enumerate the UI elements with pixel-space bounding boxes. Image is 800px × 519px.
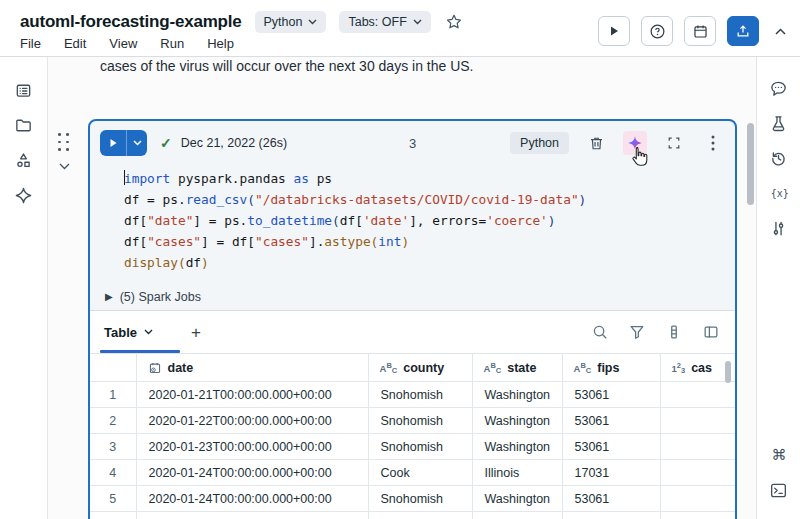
results-tabs: Table +: [90, 311, 735, 353]
variables-icon[interactable]: {x}: [767, 181, 791, 205]
row-number-cell: 1: [90, 382, 136, 408]
table-cell: [660, 460, 735, 486]
cell-language-badge[interactable]: Python: [510, 132, 569, 154]
tab-table-label: Table: [104, 325, 137, 340]
row-number-header[interactable]: [90, 354, 136, 382]
menu-item-view[interactable]: View: [109, 36, 137, 51]
svg-text:⌘: ⌘: [771, 446, 786, 464]
spark-jobs-toggle[interactable]: ▶ (5) Spark Jobs: [90, 283, 735, 311]
play-icon: [108, 138, 118, 148]
question-circle-icon: [649, 23, 666, 40]
column-header-county[interactable]: ABCcounty: [368, 354, 472, 382]
tabs-toggle-selector[interactable]: Tabs: OFF: [339, 11, 430, 33]
menu-item-edit[interactable]: Edit: [64, 36, 86, 51]
chevron-down-icon: [413, 19, 422, 25]
version-history-icon[interactable]: [767, 146, 791, 170]
table-of-contents-icon[interactable]: [12, 78, 36, 102]
table-cell: Washington: [472, 486, 562, 512]
date-type-icon: [148, 361, 162, 375]
side-panel-icon[interactable]: [701, 322, 721, 342]
left-sidebar: [0, 57, 48, 519]
string-type-icon: ABC: [380, 361, 398, 375]
table-cell: 53061: [562, 434, 660, 460]
chevron-up-icon: [775, 28, 786, 35]
notebook-canvas: cases of the virus will occur over the n…: [48, 57, 756, 519]
run-cell-button[interactable]: [100, 130, 147, 156]
language-selector-label: Python: [264, 15, 303, 29]
settings-icon[interactable]: [767, 216, 791, 240]
play-icon: [608, 25, 620, 37]
star-outline-icon: [445, 13, 463, 31]
table-cell: [660, 486, 735, 512]
tab-table[interactable]: Table: [104, 325, 153, 340]
assistant-sparkle-icon[interactable]: [12, 183, 36, 207]
table-row[interactable]: 22020-01-22T00:00:00.000+00:00SnohomishW…: [90, 408, 735, 434]
string-type-icon: ABC: [484, 363, 502, 374]
table-row[interactable]: 32020-01-23T00:00:00.000+00:00SnohomishW…: [90, 434, 735, 460]
help-button[interactable]: [641, 16, 673, 46]
run-all-button[interactable]: [598, 16, 630, 46]
table-row[interactable]: 42020-01-24T00:00:00.000+00:00CookIllino…: [90, 460, 735, 486]
table-cell: [660, 382, 735, 408]
column-header-date[interactable]: date: [136, 354, 368, 382]
code-line: display(df): [124, 252, 727, 273]
spark-jobs-label: (5) Spark Jobs: [120, 290, 201, 304]
assistant-button[interactable]: [623, 131, 647, 155]
add-visualization-button[interactable]: +: [191, 324, 201, 341]
integer-type-icon: 123: [672, 363, 686, 374]
table-cell: Snohomish: [368, 434, 472, 460]
trash-icon: [588, 135, 605, 152]
string-type-icon: ABC: [380, 363, 398, 374]
fullscreen-cell-button[interactable]: [662, 131, 686, 155]
menu-item-file[interactable]: File: [20, 36, 41, 51]
row-number-cell: 4: [90, 460, 136, 486]
cell-results: Table + dateABCcountyABCstateABCfips123c…: [90, 311, 735, 519]
row-height-icon[interactable]: [664, 322, 684, 342]
collapse-header-button[interactable]: [770, 21, 790, 41]
delete-cell-button[interactable]: [584, 131, 608, 155]
menu-bar: FileEditViewRunHelp: [20, 36, 234, 51]
table-cell: 2020-01-24T00:00:00.000+00:00: [136, 486, 368, 512]
workflows-icon[interactable]: [12, 148, 36, 172]
databricks-notebook-window: automl-forecasting-example Python Tabs: …: [0, 0, 800, 519]
cell-drag-handle[interactable]: [58, 133, 71, 152]
comments-icon[interactable]: [767, 76, 791, 100]
active-tab-underline: [100, 350, 180, 353]
calendar-icon: [692, 23, 709, 40]
cell-menu-button[interactable]: [701, 131, 725, 155]
table-cell: Washington: [472, 408, 562, 434]
code-editor[interactable]: import pyspark.pandas as psdf = ps.read_…: [90, 165, 735, 283]
markdown-text: cases of the virus will occur over the n…: [100, 58, 474, 74]
expand-triangle-icon: ▶: [105, 291, 113, 302]
experiments-icon[interactable]: [767, 111, 791, 135]
search-icon[interactable]: [590, 322, 610, 342]
table-row-partial: [90, 512, 735, 519]
filter-icon[interactable]: [627, 322, 647, 342]
table-cell: Illinois: [472, 460, 562, 486]
schedule-button[interactable]: [684, 16, 716, 46]
menu-item-run[interactable]: Run: [160, 36, 184, 51]
assistant-sparkle-icon: [627, 135, 643, 151]
share-button[interactable]: [727, 16, 759, 46]
menu-item-help[interactable]: Help: [207, 36, 234, 51]
folder-icon[interactable]: [12, 113, 36, 137]
svg-text:{x}: {x}: [770, 188, 788, 199]
terminal-icon[interactable]: [767, 478, 791, 502]
table-cell: Cook: [368, 460, 472, 486]
table-row[interactable]: 12020-01-21T00:00:00.000+00:00SnohomishW…: [90, 382, 735, 408]
chevron-down-icon: [144, 329, 153, 335]
chevron-down-icon: [59, 163, 70, 170]
table-scrollbar-thumb[interactable]: [725, 361, 731, 383]
cell-collapse-chevron[interactable]: [59, 163, 70, 170]
notebook-header: automl-forecasting-example Python Tabs: …: [0, 0, 800, 57]
language-selector[interactable]: Python: [255, 11, 327, 33]
column-header-state[interactable]: ABCstate: [472, 354, 562, 382]
table-cell: 2020-01-24T00:00:00.000+00:00: [136, 460, 368, 486]
table-row[interactable]: 52020-01-24T00:00:00.000+00:00SnohomishW…: [90, 486, 735, 512]
column-header-fips[interactable]: ABCfips: [562, 354, 660, 382]
cell-success-check-icon: ✓: [160, 135, 172, 151]
favorite-star-button[interactable]: [445, 13, 463, 31]
keyboard-shortcuts-icon[interactable]: ⌘: [767, 443, 791, 467]
column-header-cas[interactable]: 123cas: [660, 354, 735, 382]
notebook-scrollbar-thumb[interactable]: [747, 123, 754, 205]
